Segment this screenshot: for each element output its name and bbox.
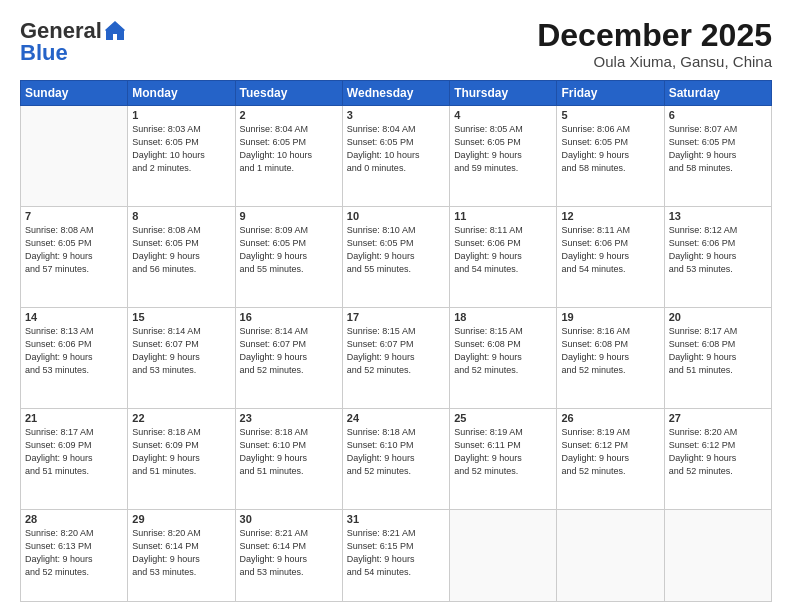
- table-row: 4Sunrise: 8:05 AMSunset: 6:05 PMDaylight…: [450, 106, 557, 207]
- day-number: 4: [454, 109, 552, 121]
- day-number: 12: [561, 210, 659, 222]
- table-row: 30Sunrise: 8:21 AMSunset: 6:14 PMDayligh…: [235, 509, 342, 601]
- day-number: 10: [347, 210, 445, 222]
- day-info: Sunrise: 8:18 AMSunset: 6:10 PMDaylight:…: [240, 426, 338, 478]
- location: Oula Xiuma, Gansu, China: [537, 53, 772, 70]
- table-row: 7Sunrise: 8:08 AMSunset: 6:05 PMDaylight…: [21, 207, 128, 308]
- col-wednesday: Wednesday: [342, 81, 449, 106]
- day-number: 27: [669, 412, 767, 424]
- day-info: Sunrise: 8:17 AMSunset: 6:09 PMDaylight:…: [25, 426, 123, 478]
- day-info: Sunrise: 8:18 AMSunset: 6:09 PMDaylight:…: [132, 426, 230, 478]
- day-info: Sunrise: 8:04 AMSunset: 6:05 PMDaylight:…: [347, 123, 445, 175]
- table-row: 28Sunrise: 8:20 AMSunset: 6:13 PMDayligh…: [21, 509, 128, 601]
- table-row: 22Sunrise: 8:18 AMSunset: 6:09 PMDayligh…: [128, 408, 235, 509]
- day-info: Sunrise: 8:19 AMSunset: 6:11 PMDaylight:…: [454, 426, 552, 478]
- day-number: 7: [25, 210, 123, 222]
- day-number: 21: [25, 412, 123, 424]
- table-row: 6Sunrise: 8:07 AMSunset: 6:05 PMDaylight…: [664, 106, 771, 207]
- table-row: [450, 509, 557, 601]
- day-info: Sunrise: 8:20 AMSunset: 6:13 PMDaylight:…: [25, 527, 123, 579]
- day-info: Sunrise: 8:08 AMSunset: 6:05 PMDaylight:…: [132, 224, 230, 276]
- table-row: 20Sunrise: 8:17 AMSunset: 6:08 PMDayligh…: [664, 307, 771, 408]
- table-row: 24Sunrise: 8:18 AMSunset: 6:10 PMDayligh…: [342, 408, 449, 509]
- col-monday: Monday: [128, 81, 235, 106]
- day-info: Sunrise: 8:20 AMSunset: 6:12 PMDaylight:…: [669, 426, 767, 478]
- day-number: 13: [669, 210, 767, 222]
- day-info: Sunrise: 8:08 AMSunset: 6:05 PMDaylight:…: [25, 224, 123, 276]
- day-number: 20: [669, 311, 767, 323]
- day-number: 24: [347, 412, 445, 424]
- day-number: 28: [25, 513, 123, 525]
- calendar-table: Sunday Monday Tuesday Wednesday Thursday…: [20, 80, 772, 602]
- day-info: Sunrise: 8:09 AMSunset: 6:05 PMDaylight:…: [240, 224, 338, 276]
- day-number: 3: [347, 109, 445, 121]
- col-friday: Friday: [557, 81, 664, 106]
- day-number: 5: [561, 109, 659, 121]
- day-info: Sunrise: 8:19 AMSunset: 6:12 PMDaylight:…: [561, 426, 659, 478]
- table-row: 8Sunrise: 8:08 AMSunset: 6:05 PMDaylight…: [128, 207, 235, 308]
- table-row: 19Sunrise: 8:16 AMSunset: 6:08 PMDayligh…: [557, 307, 664, 408]
- table-row: 1Sunrise: 8:03 AMSunset: 6:05 PMDaylight…: [128, 106, 235, 207]
- header: General Blue December 2025 Oula Xiuma, G…: [20, 18, 772, 70]
- table-row: 23Sunrise: 8:18 AMSunset: 6:10 PMDayligh…: [235, 408, 342, 509]
- table-row: [557, 509, 664, 601]
- table-row: 31Sunrise: 8:21 AMSunset: 6:15 PMDayligh…: [342, 509, 449, 601]
- day-info: Sunrise: 8:12 AMSunset: 6:06 PMDaylight:…: [669, 224, 767, 276]
- day-info: Sunrise: 8:21 AMSunset: 6:15 PMDaylight:…: [347, 527, 445, 579]
- table-row: 29Sunrise: 8:20 AMSunset: 6:14 PMDayligh…: [128, 509, 235, 601]
- day-number: 25: [454, 412, 552, 424]
- day-number: 22: [132, 412, 230, 424]
- table-row: 14Sunrise: 8:13 AMSunset: 6:06 PMDayligh…: [21, 307, 128, 408]
- day-number: 16: [240, 311, 338, 323]
- day-info: Sunrise: 8:11 AMSunset: 6:06 PMDaylight:…: [454, 224, 552, 276]
- table-row: 9Sunrise: 8:09 AMSunset: 6:05 PMDaylight…: [235, 207, 342, 308]
- day-number: 9: [240, 210, 338, 222]
- day-info: Sunrise: 8:06 AMSunset: 6:05 PMDaylight:…: [561, 123, 659, 175]
- day-info: Sunrise: 8:15 AMSunset: 6:07 PMDaylight:…: [347, 325, 445, 377]
- table-row: 15Sunrise: 8:14 AMSunset: 6:07 PMDayligh…: [128, 307, 235, 408]
- title-section: December 2025 Oula Xiuma, Gansu, China: [537, 18, 772, 70]
- col-tuesday: Tuesday: [235, 81, 342, 106]
- table-row: 21Sunrise: 8:17 AMSunset: 6:09 PMDayligh…: [21, 408, 128, 509]
- day-info: Sunrise: 8:03 AMSunset: 6:05 PMDaylight:…: [132, 123, 230, 175]
- col-saturday: Saturday: [664, 81, 771, 106]
- page: General Blue December 2025 Oula Xiuma, G…: [0, 0, 792, 612]
- day-number: 8: [132, 210, 230, 222]
- table-row: 25Sunrise: 8:19 AMSunset: 6:11 PMDayligh…: [450, 408, 557, 509]
- day-info: Sunrise: 8:07 AMSunset: 6:05 PMDaylight:…: [669, 123, 767, 175]
- day-info: Sunrise: 8:15 AMSunset: 6:08 PMDaylight:…: [454, 325, 552, 377]
- day-info: Sunrise: 8:13 AMSunset: 6:06 PMDaylight:…: [25, 325, 123, 377]
- day-info: Sunrise: 8:11 AMSunset: 6:06 PMDaylight:…: [561, 224, 659, 276]
- table-row: 18Sunrise: 8:15 AMSunset: 6:08 PMDayligh…: [450, 307, 557, 408]
- calendar-header-row: Sunday Monday Tuesday Wednesday Thursday…: [21, 81, 772, 106]
- day-info: Sunrise: 8:14 AMSunset: 6:07 PMDaylight:…: [240, 325, 338, 377]
- day-info: Sunrise: 8:18 AMSunset: 6:10 PMDaylight:…: [347, 426, 445, 478]
- month-title: December 2025: [537, 18, 772, 53]
- logo-icon: [104, 20, 126, 42]
- table-row: 16Sunrise: 8:14 AMSunset: 6:07 PMDayligh…: [235, 307, 342, 408]
- day-info: Sunrise: 8:05 AMSunset: 6:05 PMDaylight:…: [454, 123, 552, 175]
- logo-blue-text: Blue: [20, 40, 68, 66]
- logo: General Blue: [20, 18, 126, 66]
- day-info: Sunrise: 8:04 AMSunset: 6:05 PMDaylight:…: [240, 123, 338, 175]
- col-thursday: Thursday: [450, 81, 557, 106]
- table-row: [664, 509, 771, 601]
- day-info: Sunrise: 8:17 AMSunset: 6:08 PMDaylight:…: [669, 325, 767, 377]
- day-number: 14: [25, 311, 123, 323]
- day-number: 18: [454, 311, 552, 323]
- col-sunday: Sunday: [21, 81, 128, 106]
- day-info: Sunrise: 8:21 AMSunset: 6:14 PMDaylight:…: [240, 527, 338, 579]
- day-info: Sunrise: 8:14 AMSunset: 6:07 PMDaylight:…: [132, 325, 230, 377]
- table-row: 26Sunrise: 8:19 AMSunset: 6:12 PMDayligh…: [557, 408, 664, 509]
- day-number: 29: [132, 513, 230, 525]
- table-row: 12Sunrise: 8:11 AMSunset: 6:06 PMDayligh…: [557, 207, 664, 308]
- day-number: 26: [561, 412, 659, 424]
- table-row: 27Sunrise: 8:20 AMSunset: 6:12 PMDayligh…: [664, 408, 771, 509]
- day-number: 30: [240, 513, 338, 525]
- day-number: 17: [347, 311, 445, 323]
- table-row: 3Sunrise: 8:04 AMSunset: 6:05 PMDaylight…: [342, 106, 449, 207]
- table-row: [21, 106, 128, 207]
- day-info: Sunrise: 8:16 AMSunset: 6:08 PMDaylight:…: [561, 325, 659, 377]
- day-number: 23: [240, 412, 338, 424]
- day-number: 15: [132, 311, 230, 323]
